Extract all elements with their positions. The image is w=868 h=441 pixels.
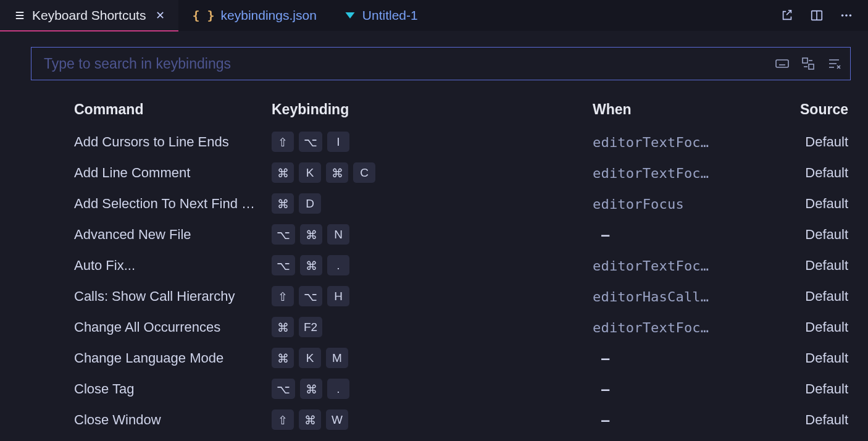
key-cap: K — [299, 348, 321, 369]
when-cell: — — [593, 219, 722, 250]
keybinding-cell: ⌘KM — [272, 343, 593, 374]
table-row[interactable]: Change Language Mode⌘KM—Default — [31, 343, 851, 374]
table-row[interactable]: Auto Fix...⌥⌘.editorTextFocus && !editor… — [31, 250, 851, 281]
command-cell: Add Selection To Next Find Ma… — [31, 188, 272, 219]
when-cell: — — [593, 374, 722, 405]
when-cell: editorTextFocus && editorTextFocus… — [593, 312, 722, 343]
when-cell: editorFocus — [593, 188, 722, 219]
command-cell: Add Cursors to Line Ends — [31, 127, 272, 158]
key-cap: I — [327, 132, 349, 153]
command-cell: Calls: Show Call Hierarchy — [31, 281, 272, 312]
key-cap: ⌥ — [272, 224, 295, 245]
key-cap: ⌘ — [300, 255, 322, 276]
header-source[interactable]: Source — [722, 95, 851, 127]
clear-filter-icon[interactable] — [827, 56, 841, 71]
when-cell: editorTextFocus && !editorReadonly… — [593, 250, 722, 281]
record-keys-icon[interactable] — [775, 56, 790, 71]
key-cap: N — [327, 224, 349, 245]
key-cap: . — [327, 255, 349, 276]
tab-keyboard-shortcuts[interactable]: Keyboard Shortcuts ✕ — [0, 0, 178, 31]
source-cell: Default — [722, 343, 851, 374]
key-cap: M — [326, 348, 348, 369]
tab-label: Untitled-1 — [362, 8, 418, 23]
table-header-row: Command Keybinding When Source — [31, 95, 851, 127]
header-when[interactable]: When — [593, 95, 722, 127]
table-row[interactable]: Add Selection To Next Find Ma…⌘DeditorFo… — [31, 188, 851, 219]
source-cell: Default — [722, 188, 851, 219]
open-file-icon[interactable] — [780, 9, 794, 22]
source-cell: Default — [722, 405, 851, 435]
keybindings-search-box[interactable] — [31, 47, 851, 80]
table-row[interactable]: Change All Occurrences⌘F2editorTextFocus… — [31, 312, 851, 343]
tab-label: keybindings.json — [221, 8, 317, 23]
keybinding-cell: ⌥⌘. — [272, 374, 593, 405]
when-cell: — — [593, 343, 722, 374]
command-cell: Advanced New File — [31, 219, 272, 250]
table-row[interactable]: Close Window⇧⌘W—Default — [31, 405, 851, 435]
table-row[interactable]: Calls: Show Call Hierarchy⇧⌥HeditorHasCa… — [31, 281, 851, 312]
tab-keybindings-json[interactable]: { } keybindings.json — [178, 0, 330, 31]
key-cap: ⇧ — [272, 132, 294, 153]
close-icon[interactable]: ✕ — [156, 9, 165, 22]
svg-point-5 — [841, 14, 844, 17]
key-cap: ⌘ — [272, 162, 294, 183]
key-cap: ⌘ — [300, 224, 322, 245]
keybinding-cell: ⌥⌘N — [272, 219, 593, 250]
key-cap: ⌘ — [272, 348, 294, 369]
key-cap: C — [353, 162, 375, 183]
editor-title-actions — [780, 0, 868, 31]
when-cell: editorTextFocus — [593, 127, 722, 158]
source-cell: Default — [722, 312, 851, 343]
svg-point-6 — [845, 14, 848, 17]
table-row[interactable]: Add Cursors to Line Ends⇧⌥IeditorTextFoc… — [31, 127, 851, 158]
editor-tabbar: Keyboard Shortcuts ✕ { } keybindings.jso… — [0, 0, 868, 31]
list-icon — [14, 9, 26, 22]
search-actions — [775, 56, 841, 71]
keybindings-table: Command Keybinding When Source Add Curso… — [31, 95, 851, 435]
table-row[interactable]: Add Line Comment⌘K⌘CeditorTextFocus && !… — [31, 158, 851, 188]
svg-point-7 — [849, 14, 852, 17]
search-input[interactable] — [44, 56, 775, 72]
key-cap: ⌘ — [272, 317, 294, 338]
table-row[interactable]: Advanced New File⌥⌘N—Default — [31, 219, 851, 250]
keybinding-cell: ⇧⌘W — [272, 405, 593, 435]
svg-rect-15 — [809, 64, 814, 69]
keybinding-cell: ⌘D — [272, 188, 593, 219]
md-icon — [344, 9, 356, 22]
keybinding-cell: ⌘F2 — [272, 312, 593, 343]
command-cell: Auto Fix... — [31, 250, 272, 281]
command-cell: Change All Occurrences — [31, 312, 272, 343]
header-keybinding[interactable]: Keybinding — [272, 95, 593, 127]
table-row[interactable]: Close Tag⌥⌘.—Default — [31, 374, 851, 405]
key-cap: F2 — [299, 317, 322, 338]
key-cap: ⌘ — [272, 193, 294, 214]
key-cap: ⌘ — [299, 410, 321, 430]
source-cell: Default — [722, 219, 851, 250]
key-cap: W — [326, 410, 348, 430]
key-cap: ⌘ — [326, 162, 348, 183]
key-cap: ⇧ — [272, 410, 294, 430]
command-cell: Add Line Comment — [31, 158, 272, 188]
when-cell: editorHasCallHierarchyProvider — [593, 281, 722, 312]
key-cap: ⌥ — [272, 255, 295, 276]
source-cell: Default — [722, 127, 851, 158]
key-cap: H — [327, 286, 349, 307]
header-command[interactable]: Command — [31, 95, 272, 127]
key-cap: K — [299, 162, 321, 183]
command-cell: Close Tag — [31, 374, 272, 405]
svg-rect-14 — [803, 58, 807, 63]
when-cell: editorTextFocus && !editorReadonly — [593, 158, 722, 188]
key-cap: ⌥ — [272, 379, 295, 400]
keybinding-cell: ⇧⌥I — [272, 127, 593, 158]
json-icon: { } — [192, 8, 214, 23]
keybindings-search-row — [0, 31, 868, 86]
more-icon[interactable] — [840, 9, 853, 22]
tab-untitled-1[interactable]: Untitled-1 — [330, 0, 432, 31]
sort-precedence-icon[interactable] — [801, 56, 816, 71]
key-cap: ⌥ — [299, 132, 322, 153]
split-editor-icon[interactable] — [810, 9, 824, 22]
keybinding-cell: ⇧⌥H — [272, 281, 593, 312]
when-cell: — — [593, 405, 722, 435]
keybinding-cell: ⌥⌘. — [272, 250, 593, 281]
key-cap: . — [327, 379, 349, 400]
